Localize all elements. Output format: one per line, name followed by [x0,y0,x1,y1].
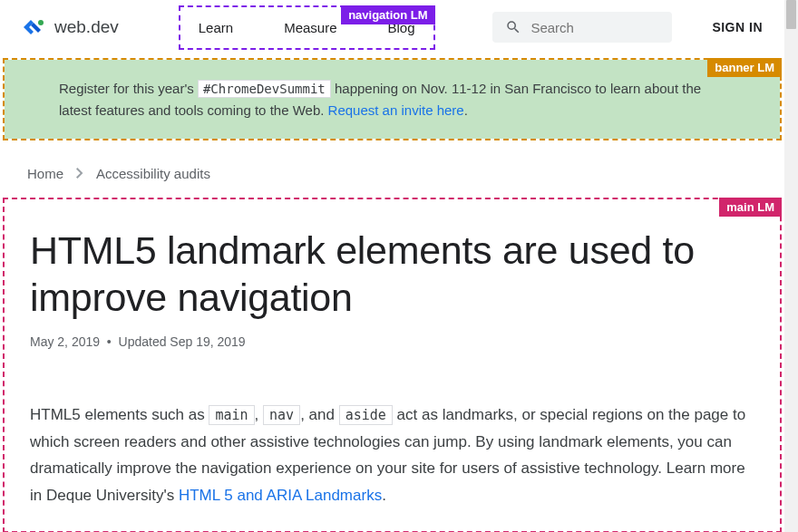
article-body: HTML5 elements such as main, nav, and as… [30,401,754,509]
search-icon [505,19,521,35]
code-nav: nav [263,405,300,425]
code-main: main [209,405,254,425]
announcement-banner: Register for this year's #ChromeDevSummi… [5,60,780,139]
banner-text: Register for this year's [59,81,198,96]
landmark-tag-main: main LM [719,198,782,217]
site-logo[interactable]: web.dev [22,17,119,37]
date-updated: Updated Sep 19, 2019 [119,334,246,349]
page-title: HTML5 landmark elements are used to impr… [30,227,754,322]
main-landmark: main LM HTML5 landmark elements are used… [3,198,782,532]
date-published: May 2, 2019 [30,334,100,349]
banner-landmark: banner LM Register for this year's #Chro… [3,58,782,140]
breadcrumb-home[interactable]: Home [27,166,63,181]
chevron-right-icon [76,166,83,181]
breadcrumb: Home Accessibility audits [0,140,784,198]
banner-link[interactable]: Request an invite here [328,102,464,118]
site-name: web.dev [54,17,119,37]
code-aside: aside [339,405,393,425]
nav-measure[interactable]: Measure [284,20,336,35]
nav-learn[interactable]: Learn [199,20,233,35]
primary-nav: Learn Measure Blog navigation LM [179,5,435,50]
scrollbar[interactable] [784,0,798,532]
search-box[interactable] [492,12,672,43]
svg-point-0 [38,20,44,25]
banner-text: . [464,102,468,118]
body-link[interactable]: HTML 5 and ARIA Landmarks [179,487,382,504]
landmark-tag-navigation: navigation LM [341,5,434,24]
logo-icon [22,18,47,36]
banner-hashtag: #ChromeDevSummit [198,80,331,98]
landmark-tag-banner: banner LM [707,58,782,77]
top-bar: web.dev Learn Measure Blog navigation LM… [0,0,784,54]
article-dates: May 2, 2019 • Updated Sep 19, 2019 [30,334,754,349]
breadcrumb-current: Accessibility audits [96,166,210,181]
scrollbar-thumb[interactable] [786,0,796,29]
search-input[interactable] [530,20,659,35]
signin-button[interactable]: SIGN IN [712,20,763,34]
